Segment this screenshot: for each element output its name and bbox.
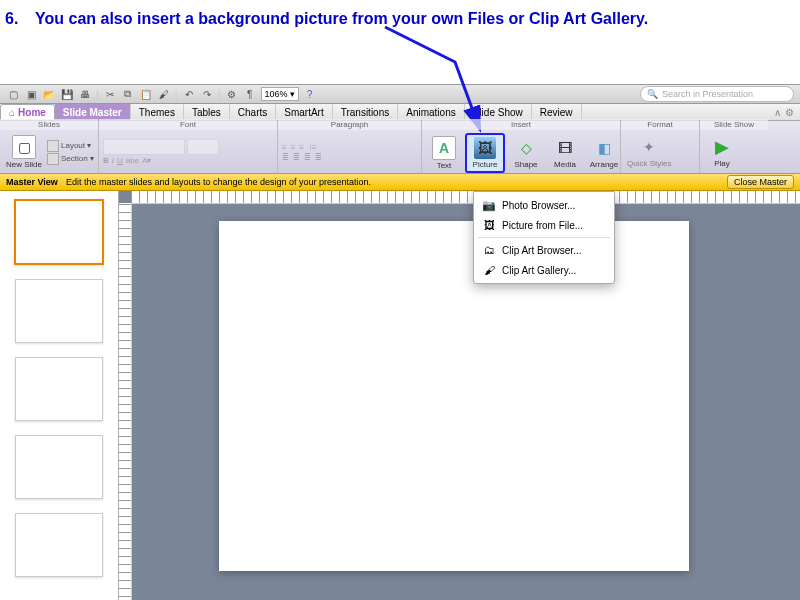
media-button[interactable]: 🎞Media [547,135,583,171]
quick-styles-button[interactable]: ✦Quick Styles [625,134,673,170]
clip-art-gallery-icon: 🖌 [482,263,496,277]
ribbon-group-slideshow: Slide Show ▶Play [700,121,768,173]
photo-browser-icon: 📷 [482,198,496,212]
photo-browser-item[interactable]: 📷Photo Browser... [474,195,614,215]
app-window: ▢ ▣ 📂 💾 🖶 | ✂ ⧉ 📋 🖌 | ↶ ↷ | ⚙ ¶ 106%▾ ? … [0,84,800,600]
dropdown-separator [478,237,610,238]
ribbon-group-font: Font BIUabeA▾ [99,121,278,173]
master-view-label: Master View [6,177,58,187]
clip-art-gallery-item[interactable]: 🖌Clip Art Gallery... [474,260,614,280]
picture-button[interactable]: 🖼Picture [465,133,505,173]
picture-from-file-item[interactable]: 🖼Picture from File... [474,215,614,235]
workspace: 📷Photo Browser... 🖼Picture from File... … [0,191,800,600]
thumbnail-1[interactable] [14,199,104,265]
thumbnail-4[interactable] [15,435,103,499]
ribbon: Slides ▢New Slide Layout▾ Section▾ Font … [0,121,800,174]
canvas-area: 📷Photo Browser... 🖼Picture from File... … [119,191,800,600]
ribbon-group-paragraph: Paragraph ≡≡≡⫶≡ ≣≣≣≣ [278,121,422,173]
arrow-area [0,32,800,84]
ribbon-group-insert: Insert AText 🖼Picture ◇Shape 🎞Media ◧Arr… [422,121,621,173]
close-master-button[interactable]: Close Master [727,175,794,189]
thumbnail-5[interactable] [15,513,103,577]
master-view-bar: Master View Edit the master slides and l… [0,174,800,191]
section-button[interactable]: Section▾ [47,153,94,165]
shape-button[interactable]: ◇Shape [508,135,544,171]
play-button[interactable]: ▶Play [704,134,740,170]
layout-button[interactable]: Layout▾ [47,140,94,152]
arrange-button[interactable]: ◧Arrange [586,135,622,171]
vertical-ruler [119,203,132,600]
clip-art-browser-icon: 🗂 [482,243,496,257]
layout-section-stack: Layout▾ Section▾ [47,140,94,165]
clip-art-browser-item[interactable]: 🗂Clip Art Browser... [474,240,614,260]
picture-file-icon: 🖼 [482,218,496,232]
horizontal-ruler [131,191,800,204]
new-slide-button[interactable]: ▢New Slide [4,133,44,171]
text-button[interactable]: AText [426,134,462,172]
ribbon-group-format: Format ✦Quick Styles [621,121,700,173]
slide-canvas[interactable] [219,221,689,571]
picture-dropdown: 📷Photo Browser... 🖼Picture from File... … [473,191,615,284]
slide-thumbnails-panel[interactable] [0,191,119,600]
master-view-hint: Edit the master slides and layouts to ch… [66,177,371,187]
ribbon-group-slides: Slides ▢New Slide Layout▾ Section▾ [0,121,99,173]
thumbnail-2[interactable] [15,279,103,343]
thumbnail-3[interactable] [15,357,103,421]
